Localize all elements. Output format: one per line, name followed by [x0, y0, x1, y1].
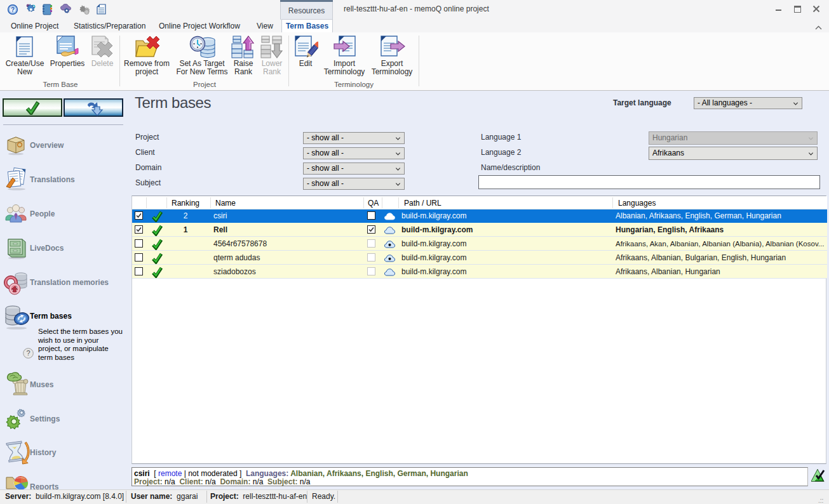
svg-text:?: ?	[26, 349, 30, 357]
